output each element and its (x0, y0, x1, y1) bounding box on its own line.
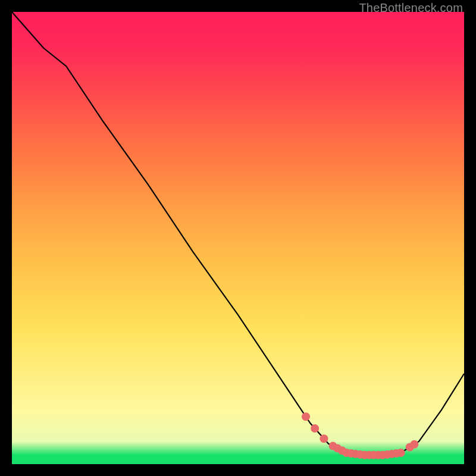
curve-marker (320, 434, 328, 443)
curve-markers (302, 412, 418, 459)
attribution-text: TheBottleneck.com (359, 1, 463, 15)
chart-frame: TheBottleneck.com (0, 0, 476, 476)
curve-marker (302, 412, 310, 421)
curve-marker (397, 449, 405, 457)
gradient-background (12, 12, 464, 464)
curve-marker (311, 424, 319, 433)
chart-overlay (12, 12, 464, 464)
bottleneck-curve-line (12, 12, 464, 455)
curve-marker (410, 440, 418, 449)
